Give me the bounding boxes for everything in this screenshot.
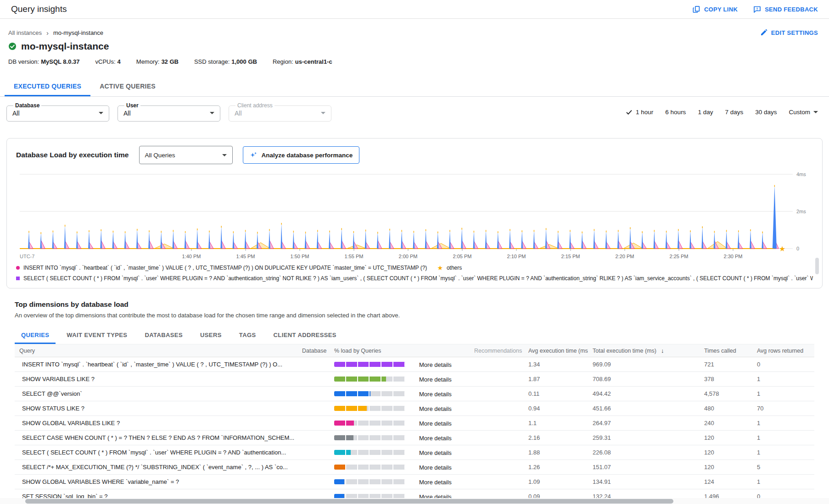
time-range-30-days[interactable]: 30 days <box>755 109 777 116</box>
dimension-tab-users[interactable]: USERS <box>194 328 228 344</box>
chevron-down-icon <box>321 112 325 114</box>
instance-detail: Region:us-central1-c <box>273 58 332 65</box>
column-header-recommendations[interactable]: Recommendations <box>470 348 524 354</box>
time-range-custom[interactable]: Custom <box>789 109 818 116</box>
total-execution-cell: 264.97 <box>588 420 700 426</box>
total-execution-cell: 259.31 <box>588 434 700 441</box>
dimension-tab-queries[interactable]: QUERIES <box>15 328 56 344</box>
dimension-tab-wait-event-types[interactable]: WAIT EVENT TYPES <box>60 328 134 344</box>
queries-table: QueryDatabase% load by QueriesRecommenda… <box>15 344 814 504</box>
more-details-link[interactable]: More details <box>419 435 452 442</box>
column-header-total-execution[interactable]: Total execution time (ms)↓ <box>588 347 700 354</box>
send-feedback-button[interactable]: SEND FEEDBACK <box>753 6 818 13</box>
svg-text:1:40 PM: 1:40 PM <box>182 254 201 259</box>
load-bar-fill <box>334 391 370 396</box>
more-details-link[interactable]: More details <box>419 464 452 471</box>
query-cell: SHOW STATUS LIKE ? <box>15 405 297 412</box>
column-header-database[interactable]: Database <box>297 348 330 354</box>
time-range-1-hour[interactable]: 1 hour <box>626 109 653 116</box>
more-details-cell: More details <box>414 434 470 442</box>
instance-detail: vCPUs:4 <box>95 58 121 65</box>
tab-executed-queries[interactable]: EXECUTED QUERIES <box>5 77 90 96</box>
more-details-link[interactable]: More details <box>419 376 452 383</box>
more-details-link[interactable]: More details <box>419 405 452 412</box>
query-filter-select[interactable]: All Queries <box>139 146 233 164</box>
app-bar: Query insights COPY LINK SEND FEEDBACK <box>0 0 829 19</box>
avg-rows-cell: 1 <box>752 376 814 382</box>
table-row: SHOW GLOBAL VARIABLES WHERE `variable_na… <box>15 475 814 489</box>
time-range-1-day[interactable]: 1 day <box>698 109 713 116</box>
load-bar <box>334 421 405 426</box>
time-range-selector: 1 hour6 hours1 day7 days30 daysCustom <box>626 109 818 116</box>
time-range-6-hours[interactable]: 6 hours <box>665 109 686 116</box>
load-bar <box>334 479 405 484</box>
more-details-link[interactable]: More details <box>419 420 452 427</box>
analyze-database-performance-button[interactable]: Analyze database performance <box>243 146 360 164</box>
column-header-avg-execution[interactable]: Avg execution time (ms) <box>524 348 588 354</box>
legend-insert-query: INSERT INTO `mysql` . `heartbeat` ( `id`… <box>23 265 427 271</box>
user-filter-select[interactable]: User All <box>118 102 220 122</box>
svg-text:2:15 PM: 2:15 PM <box>561 254 580 259</box>
avg-execution-cell: 2.16 <box>524 434 588 441</box>
load-cell <box>330 406 414 411</box>
legend-scrollbar[interactable] <box>815 258 819 274</box>
column-header-query[interactable]: Query <box>15 348 297 354</box>
top-dimensions-section: Top dimensions by database load An overv… <box>0 300 829 504</box>
avg-execution-cell: 1.09 <box>524 478 588 485</box>
load-bar-fill <box>334 406 367 411</box>
database-filter-select[interactable]: Database All <box>6 102 109 122</box>
query-cell: SHOW GLOBAL VARIABLES WHERE `variable_na… <box>15 478 297 485</box>
avg-execution-cell: 1.87 <box>524 376 588 382</box>
edit-settings-button[interactable]: EDIT SETTINGS <box>760 29 818 36</box>
column-header-times-called[interactable]: Times called <box>700 348 752 354</box>
breadcrumb-all-instances[interactable]: All instances <box>8 29 42 36</box>
analyze-button-label: Analyze database performance <box>262 152 353 159</box>
column-header-load[interactable]: % load by Queries <box>330 348 414 354</box>
instance-status-ok-icon <box>8 42 17 50</box>
client-address-filter-select: Client address All <box>229 102 331 122</box>
dimension-tab-tags[interactable]: TAGS <box>233 328 263 344</box>
tab-active-queries[interactable]: ACTIVE QUERIES <box>90 77 165 96</box>
load-bar <box>334 465 405 470</box>
detail-label: Memory: <box>136 58 160 65</box>
more-details-link[interactable]: More details <box>419 449 452 456</box>
dimension-tab-databases[interactable]: DATABASES <box>138 328 189 344</box>
dimension-tab-client-addresses[interactable]: CLIENT ADDRESSES <box>267 328 343 344</box>
svg-text:2ms: 2ms <box>796 209 806 214</box>
load-bar-fill <box>334 465 346 470</box>
load-bar <box>334 406 405 411</box>
copy-link-button[interactable]: COPY LINK <box>693 6 738 13</box>
svg-text:2:25 PM: 2:25 PM <box>670 254 689 259</box>
avg-execution-cell: 1.34 <box>524 361 588 368</box>
horizontal-scrollbar-thumb[interactable] <box>25 499 673 504</box>
table-header-row: QueryDatabase% load by QueriesRecommenda… <box>15 344 814 357</box>
pencil-icon <box>760 29 767 36</box>
svg-text:0: 0 <box>796 246 799 251</box>
load-cell <box>330 479 414 484</box>
query-insights-page: Query insights COPY LINK SEND FEEDBACK <box>0 0 829 504</box>
column-header-avg-rows[interactable]: Avg rows returned <box>752 348 814 354</box>
load-cell <box>330 465 414 470</box>
svg-text:UTC-7: UTC-7 <box>20 254 34 259</box>
svg-text:★: ★ <box>779 245 785 253</box>
time-range-label: 1 hour <box>636 109 653 116</box>
time-range-7-days[interactable]: 7 days <box>725 109 743 116</box>
sort-descending-icon: ↓ <box>661 347 664 354</box>
detail-label: vCPUs: <box>95 58 116 65</box>
more-details-link[interactable]: More details <box>419 361 452 368</box>
total-execution-cell: 969.09 <box>588 361 700 368</box>
more-details-link[interactable]: More details <box>419 391 452 398</box>
more-details-link[interactable]: More details <box>419 479 452 486</box>
top-dimensions-title: Top dimensions by database load <box>15 300 814 309</box>
feedback-icon <box>753 6 761 13</box>
times-called-cell: 721 <box>700 361 752 368</box>
client-address-filter-value: All <box>235 110 242 117</box>
query-cell: SHOW VARIABLES LIKE ? <box>15 376 297 382</box>
time-range-label: 6 hours <box>665 109 686 116</box>
avg-execution-cell: 1.26 <box>524 464 588 471</box>
dimension-tab-bar: QUERIESWAIT EVENT TYPESDATABASESUSERSTAG… <box>15 328 814 344</box>
horizontal-scrollbar[interactable] <box>0 498 829 504</box>
database-filter-label: Database <box>13 102 41 109</box>
load-cell <box>330 421 414 426</box>
filter-row: Database All User All Client address All… <box>0 97 829 124</box>
